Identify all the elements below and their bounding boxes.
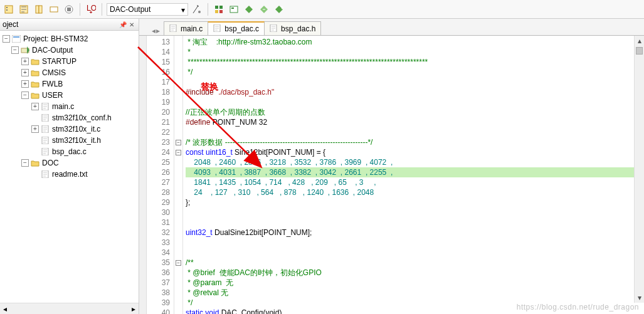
tab-prev-icon[interactable]: ◂	[152, 26, 156, 35]
folder-icon	[30, 159, 40, 167]
vscroll-thumb[interactable]	[636, 47, 643, 55]
file-icon	[40, 113, 50, 122]
fold-toggle[interactable]: −	[176, 140, 181, 145]
code-line[interactable]	[186, 248, 644, 258]
tab-label: main.c	[181, 24, 203, 33]
line-number: 35	[147, 258, 170, 268]
group-fwlb[interactable]: + FWLB	[0, 78, 139, 90]
scroll-left-icon[interactable]: ◂	[0, 305, 10, 313]
batch-build-icon[interactable]	[48, 3, 60, 16]
tab-main.c[interactable]: main.c	[164, 21, 208, 35]
code-line[interactable]	[186, 97, 644, 107]
code-line[interactable]: *	[186, 47, 644, 57]
code-line[interactable]: static void DAC_Config(void)	[186, 308, 644, 314]
code-line[interactable]: * @param 无	[186, 278, 644, 288]
vertical-scrollbar[interactable]: ▴ ▾	[634, 36, 644, 303]
code-line[interactable]: #define POINT_NUM 32	[186, 117, 644, 127]
line-number: 16	[147, 67, 170, 77]
svg-rect-16	[231, 8, 234, 9]
fold-toggle[interactable]: −	[176, 260, 181, 266]
scroll-down-icon[interactable]: ▾	[635, 293, 644, 303]
code-line[interactable]: 24 , 127 , 310 , 564 , 878 , 1240 , 1636…	[186, 187, 644, 197]
file-readme.txt[interactable]: readme.txt	[0, 169, 139, 180]
file-icon	[213, 24, 222, 33]
code-line[interactable]: uint32_t DualSine12bit[POINT_NUM];	[186, 228, 644, 238]
target-select[interactable]: DAC-Output ▾	[107, 3, 188, 16]
fold-toggle[interactable]: −	[176, 150, 181, 155]
code-line[interactable]: const uint16_t Sine12bit[POINT_NUM] = {	[186, 147, 644, 157]
rebuild-icon[interactable]	[18, 3, 30, 16]
svg-rect-15	[230, 6, 238, 13]
code-line[interactable]: * @retval 无	[186, 288, 644, 298]
line-number: 21	[147, 117, 170, 127]
file-stm32f10x_it.h[interactable]: stm32f10x_it.h	[0, 135, 139, 146]
project-panel-title: oject	[3, 20, 18, 29]
pin-icon[interactable]: 📌	[119, 20, 127, 29]
stop-build-icon[interactable]	[63, 3, 75, 16]
line-number: 30	[147, 207, 170, 217]
code-line[interactable]	[186, 217, 644, 228]
code-line[interactable]: * 淘宝 :http://fire-stm32.taobao.com	[186, 37, 644, 47]
code-line[interactable]: //正弦波单个周期的点数	[186, 107, 644, 117]
svg-rect-2	[6, 9, 8, 11]
group-startup[interactable]: + STARTUP	[0, 56, 139, 67]
line-number: 28	[147, 187, 170, 197]
pack-installer-icon[interactable]	[243, 3, 255, 16]
line-number: 18	[147, 87, 170, 97]
scroll-up-icon[interactable]: ▴	[635, 36, 644, 46]
project-panel: oject 📌 ✕ − Project: BH-STM32 − DAC-Outp…	[0, 19, 139, 314]
code-line[interactable]: ****************************************…	[186, 57, 644, 67]
select-packs-icon[interactable]	[228, 3, 240, 16]
file-stm32f10x_conf.h[interactable]: stm32f10x_conf.h	[0, 112, 139, 123]
code-line[interactable]: * @brief 使能DAC的时钟，初始化GPIO	[186, 268, 644, 278]
file-stm32f10x_it.c[interactable]: + stm32f10x_it.c	[0, 123, 139, 135]
code-line[interactable]: 2048 , 2460 , 2856 , 3218 , 3532 , 3786 …	[186, 157, 644, 167]
file-icon	[40, 136, 50, 145]
line-number: 36	[147, 268, 170, 278]
tab-bsp_dac.c[interactable]: bsp_dac.c	[208, 21, 265, 35]
code-line[interactable]	[186, 127, 644, 137]
target-node[interactable]: − DAC-Output	[0, 44, 139, 56]
folder-icon	[30, 57, 40, 66]
line-number: 20	[147, 107, 170, 117]
code-line[interactable]: */	[186, 298, 644, 308]
pack-installer-check-icon[interactable]	[273, 3, 285, 16]
project-root[interactable]: − Project: BH-STM32	[0, 33, 139, 44]
code-line[interactable]	[186, 238, 644, 248]
pack-installer-update-icon[interactable]	[258, 3, 270, 16]
code-line[interactable]: /**	[186, 258, 644, 268]
options-icon[interactable]	[191, 3, 203, 16]
folder-icon	[30, 91, 40, 100]
download-icon[interactable]: LOAD	[85, 3, 97, 16]
svg-rect-0	[5, 6, 13, 13]
code-editor[interactable]: 1314151617181920212223242526272829303132…	[139, 36, 644, 314]
line-number: 37	[147, 278, 170, 288]
code-line[interactable]: 4093 , 4031 , 3887 , 3668 , 3382 , 3042 …	[186, 167, 644, 177]
code-line[interactable]: 1841 , 1435 , 1054 , 714 , 428 , 209 , 6…	[186, 177, 644, 187]
code-line[interactable]: */	[186, 67, 644, 77]
group-cmsis[interactable]: + CMSIS	[0, 67, 139, 78]
code-line[interactable]	[186, 207, 644, 217]
file-main.c[interactable]: + main.c	[0, 101, 139, 112]
tab-next-icon[interactable]: ▸	[156, 26, 160, 35]
build-icon[interactable]	[3, 3, 15, 16]
svg-rect-21	[12, 35, 21, 43]
svg-rect-8	[67, 8, 71, 11]
group-doc[interactable]: − DOC	[0, 157, 139, 169]
manage-components-icon[interactable]	[213, 3, 225, 16]
build-all-icon[interactable]	[33, 3, 45, 16]
panel-close-icon[interactable]: ✕	[127, 20, 136, 29]
file-icon	[40, 125, 50, 133]
group-user[interactable]: − USER	[0, 90, 139, 101]
svg-rect-4	[36, 6, 39, 13]
svg-rect-14	[219, 10, 223, 13]
scroll-right-icon[interactable]: ▸	[129, 305, 139, 313]
tab-bsp_dac.h[interactable]: bsp_dac.h	[264, 21, 321, 35]
code-line[interactable]	[186, 77, 644, 87]
project-tree[interactable]: − Project: BH-STM32 − DAC-Output + START…	[0, 31, 139, 303]
code-line[interactable]: /* 波形数据 --------------------------------…	[186, 137, 644, 147]
line-number: 19	[147, 97, 170, 107]
code-line[interactable]: };	[186, 197, 644, 207]
file-bsp_dac.c[interactable]: bsp_dac.c	[0, 146, 139, 157]
code-line[interactable]: #include "./dac/bsp_dac.h"	[186, 87, 644, 97]
